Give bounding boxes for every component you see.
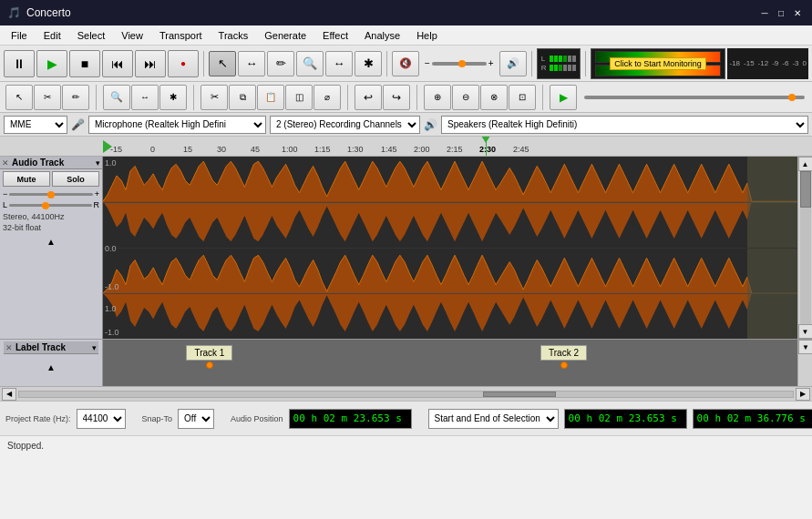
audio-host-select[interactable]: MME [4, 116, 67, 134]
redo-btn[interactable]: ↪ [383, 85, 410, 110]
project-rate-select[interactable]: 44100 [77, 409, 126, 429]
play-position-slider[interactable] [581, 96, 808, 99]
copy-btn[interactable]: ⧉ [229, 85, 256, 110]
zoom-sel-btn[interactable]: ⊗ [480, 85, 508, 110]
menu-tracks[interactable]: Tracks [211, 28, 256, 43]
vscroll-down-btn[interactable]: ▼ [798, 324, 813, 339]
label-text-track1[interactable]: Track 1 [186, 345, 232, 361]
zoom-out-btn[interactable]: ⊖ [452, 85, 479, 110]
pencil-tool[interactable]: ✏ [62, 85, 89, 110]
cursor-tool[interactable]: ↖ [5, 85, 33, 110]
select-tool[interactable]: ↖ [209, 51, 236, 76]
menu-analyse[interactable]: Analyse [357, 28, 407, 43]
speaker-device-select[interactable]: Speakers (Realtek High Definiti) [441, 116, 808, 134]
channels-select[interactable]: 2 (Stereo) Recording Channels [270, 116, 420, 134]
menu-transport[interactable]: Transport [152, 28, 210, 43]
hscroll-left-btn[interactable]: ◀ [2, 388, 16, 401]
level-meter-area[interactable]: Click to Start Monitoring [591, 48, 726, 79]
pan-slider[interactable] [9, 204, 91, 207]
maximize-button[interactable]: □ [774, 5, 788, 20]
close-button[interactable]: ✕ [790, 5, 805, 20]
waveform-container[interactable]: 1.0 0.0 -1.0 1.0 -1.0 [103, 157, 797, 339]
volume-thumb[interactable] [458, 60, 466, 67]
pan-thumb[interactable] [42, 202, 49, 209]
mic-device-select[interactable]: Microphone (Realtek High Defini [88, 116, 266, 134]
trim-btn[interactable]: ◫ [285, 85, 313, 110]
mute-button[interactable]: 🔇 [392, 51, 419, 76]
cut-btn[interactable]: ✂ [200, 85, 228, 110]
audio-position-input[interactable] [289, 409, 412, 429]
menu-view[interactable]: View [114, 28, 150, 43]
menu-generate[interactable]: Generate [257, 28, 313, 43]
vscroll-up-btn[interactable]: ▲ [798, 157, 813, 171]
menu-file[interactable]: File [4, 28, 35, 43]
main-track-area: ✕ Audio Track ▾ Mute Solo − + L R Stereo [0, 157, 812, 339]
envelope-tool[interactable]: ↔ [238, 51, 265, 76]
record-button[interactable]: ● [168, 50, 199, 77]
ruler-mark: 15 [183, 145, 192, 154]
selection-mode-select[interactable]: Start and End of Selection [428, 409, 559, 429]
pause-button[interactable]: ⏸ [4, 50, 35, 77]
multi-tool[interactable]: ✱ [355, 51, 382, 76]
pos-thumb[interactable] [788, 94, 796, 101]
paste-btn[interactable]: 📋 [257, 85, 284, 110]
monitoring-label[interactable]: Click to Start Monitoring [610, 57, 706, 70]
timeshift-tool[interactable]: ↔ [325, 51, 353, 76]
zoom-in-tool[interactable]: 🔍 [296, 51, 324, 76]
speaker-button[interactable]: 🔊 [499, 51, 527, 76]
menu-help[interactable]: Help [409, 28, 445, 43]
track-close-btn[interactable]: ✕ [2, 158, 9, 168]
selection-start-input[interactable] [564, 409, 687, 429]
label-track-expand-btn[interactable]: ▲ [4, 354, 98, 380]
fastforward-button[interactable]: ⏭ [135, 50, 166, 77]
menu-edit[interactable]: Edit [36, 28, 68, 43]
gain-thumb[interactable] [47, 191, 55, 198]
snap-to-select[interactable]: Off [178, 409, 214, 429]
zoom-in-btn[interactable]: ⊕ [424, 85, 451, 110]
label-text-track2[interactable]: Track 2 [540, 345, 587, 361]
minimize-button[interactable]: ─ [757, 5, 772, 20]
track-dropdown-icon[interactable]: ▾ [96, 158, 100, 168]
zoom-fit-btn[interactable]: ⊡ [509, 85, 536, 110]
label-track-2[interactable]: Track 2 [540, 345, 587, 369]
menubar: File Edit Select View Transport Tracks G… [0, 25, 812, 46]
track-collapse-btn[interactable]: ▲ [0, 235, 102, 248]
label-track-content[interactable]: Track 1 Track 2 [103, 340, 797, 386]
label-track-close-btn[interactable]: ✕ [5, 343, 13, 352]
zoom-toggle[interactable]: ✱ [159, 85, 187, 110]
vscroll-track[interactable] [800, 171, 811, 324]
zoom-out[interactable]: 🔍 [103, 85, 130, 110]
collapse-arrow-icon: ▲ [46, 237, 56, 247]
menu-effect[interactable]: Effect [315, 28, 355, 43]
draw-tool[interactable]: ✏ [267, 51, 294, 76]
undo-btn[interactable]: ↩ [355, 85, 382, 110]
play-green-btn[interactable]: ▶ [550, 85, 577, 110]
vu-meter-l: L R [537, 48, 581, 79]
hscroll-right-btn[interactable]: ▶ [796, 388, 810, 401]
rewind-button[interactable]: ⏮ [102, 50, 133, 77]
selection-end-input[interactable] [693, 409, 812, 429]
vu-seg [563, 65, 567, 71]
scale-minus-1-0-bot: -1.0 [105, 328, 119, 337]
mute-btn[interactable]: Mute [3, 171, 50, 187]
vscroll-thumb[interactable] [800, 171, 811, 208]
label-vscroll-down[interactable]: ▼ [798, 340, 812, 354]
pos-track[interactable] [584, 96, 805, 99]
label-track-dropdown-icon[interactable]: ▾ [92, 343, 97, 352]
solo-btn[interactable]: Solo [52, 171, 99, 187]
crosshair-tool[interactable]: ✂ [34, 85, 61, 110]
gain-slider[interactable] [9, 193, 92, 196]
fit-sel[interactable]: ↔ [131, 85, 159, 110]
menu-select[interactable]: Select [70, 28, 113, 43]
label-track-1[interactable]: Track 1 [186, 345, 232, 369]
vertical-scrollbar[interactable]: ▲ ▼ [797, 157, 812, 339]
volume-slider[interactable] [432, 62, 487, 66]
silence-btn[interactable]: ⌀ [313, 85, 341, 110]
stop-button[interactable]: ■ [69, 50, 100, 77]
timeline-ruler[interactable]: -15 0 15 30 45 1:00 1:15 1:30 1:45 2:00 … [0, 137, 812, 157]
hscroll-thumb[interactable] [483, 392, 556, 397]
play-button[interactable]: ▶ [36, 50, 67, 77]
label-track-title: Label Track [15, 342, 92, 352]
ruler-mark: 1:30 [347, 145, 364, 154]
hscroll-track[interactable] [18, 391, 794, 398]
